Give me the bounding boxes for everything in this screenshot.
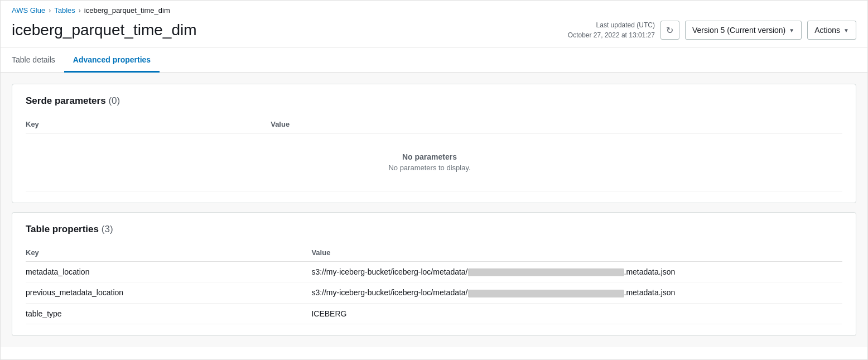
refresh-button[interactable]: ↻ [660, 21, 679, 40]
serde-table: Key Value No parameters No parameters to… [26, 116, 842, 191]
page-wrapper: AWS Glue › Tables › iceberg_parquet_time… [0, 0, 868, 360]
breadcrumb-aws-glue[interactable]: AWS Glue [12, 6, 45, 15]
prop-key-0: metadata_location [26, 262, 311, 282]
prop-value-0: s3://my-iceberg-bucket/iceberg-loc/metad… [311, 262, 842, 282]
version-label: Version 5 (Current version) [692, 26, 785, 35]
header-controls: Last updated (UTC) October 27, 2022 at 1… [568, 20, 856, 40]
table-row: previous_metadata_locations3://my-iceber… [26, 282, 842, 303]
breadcrumb: AWS Glue › Tables › iceberg_parquet_time… [1, 1, 867, 18]
last-updated-value: October 27, 2022 at 13:01:27 [568, 30, 655, 40]
props-col-key: Key [26, 244, 311, 262]
actions-dropdown-icon: ▼ [843, 27, 849, 33]
serde-col-key: Key [26, 116, 271, 133]
table-row: table_typeICEBERG [26, 303, 842, 324]
actions-button[interactable]: Actions ▼ [807, 21, 856, 40]
tab-table-details[interactable]: Table details [12, 47, 64, 73]
page-header: iceberg_parquet_time_dim Last updated (U… [1, 18, 867, 47]
version-dropdown-icon: ▼ [789, 27, 794, 33]
version-button[interactable]: Version 5 (Current version) ▼ [685, 21, 802, 40]
table-row: metadata_locations3://my-iceberg-bucket/… [26, 262, 842, 282]
serde-empty-row: No parameters No parameters to display. [26, 133, 842, 191]
serde-parameters-section: Serde parameters (0) Key Value No parame… [12, 84, 856, 203]
table-properties-section: Table properties (3) Key Value metadata_… [12, 212, 856, 336]
serde-empty-title: No parameters [26, 152, 833, 161]
props-col-value: Value [311, 244, 842, 262]
actions-label: Actions [814, 26, 840, 35]
breadcrumb-current: iceberg_parquet_time_dim [84, 6, 170, 15]
main-content: Serde parameters (0) Key Value No parame… [1, 73, 867, 347]
serde-col-value: Value [271, 116, 842, 133]
table-props-title: Table properties (3) [26, 224, 842, 235]
serde-empty-desc: No parameters to display. [26, 164, 833, 172]
last-updated-label: Last updated (UTC) [568, 20, 655, 30]
tab-bar: Table details Advanced properties [1, 47, 867, 73]
page-title: iceberg_parquet_time_dim [12, 21, 197, 39]
prop-key-2: table_type [26, 303, 311, 324]
prop-value-2: ICEBERG [311, 303, 842, 324]
prop-value-1: s3://my-iceberg-bucket/iceberg-loc/metad… [311, 282, 842, 303]
tab-advanced-properties[interactable]: Advanced properties [64, 47, 160, 73]
table-props-table: Key Value metadata_locations3://my-icebe… [26, 244, 842, 324]
breadcrumb-tables[interactable]: Tables [54, 6, 75, 15]
serde-section-title: Serde parameters (0) [26, 95, 842, 107]
refresh-icon: ↻ [666, 25, 673, 36]
breadcrumb-sep-1: › [49, 7, 51, 15]
last-updated-info: Last updated (UTC) October 27, 2022 at 1… [568, 20, 655, 40]
serde-empty-state: No parameters No parameters to display. [26, 139, 833, 185]
breadcrumb-sep-2: › [79, 7, 81, 15]
prop-key-1: previous_metadata_location [26, 282, 311, 303]
